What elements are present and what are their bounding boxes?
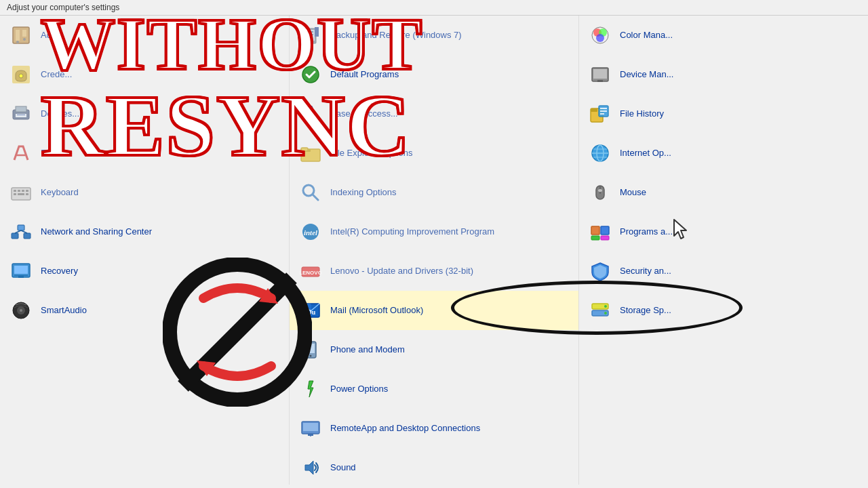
cp-item-recovery[interactable]: Recovery <box>0 251 289 291</box>
smartaudio-icon <box>8 298 34 323</box>
phone-modem-label: Phone and Modem <box>330 344 405 356</box>
phone-modem-icon <box>298 337 323 363</box>
svg-point-91 <box>604 312 607 314</box>
cp-item-keyboard[interactable]: Keyboard <box>0 173 289 212</box>
control-panel: Adjust your computer's settings Ad... <box>0 0 868 488</box>
cp-item-lenovo[interactable]: LENOVO Lenovo - Update and Drivers (32-b… <box>290 251 578 291</box>
cp-item-file-history[interactable]: File History <box>579 94 868 134</box>
column-2: Backup and Restore (Windows 7) Default P… <box>290 16 579 485</box>
svg-rect-41 <box>301 148 308 151</box>
cp-item-intel[interactable]: intel Intel(R) Computing Improvement Pro… <box>290 212 578 251</box>
sound-icon <box>298 455 323 481</box>
mouse-label: Mouse <box>620 187 646 199</box>
mouse-icon <box>587 180 613 205</box>
svg-rect-71 <box>591 108 597 112</box>
recovery-label: Recovery <box>41 266 78 277</box>
cp-item-backup-restore[interactable]: Backup and Restore (Windows 7) <box>290 16 578 55</box>
cp-item-programs-features[interactable]: Programs a... <box>579 212 868 251</box>
security-icon <box>587 258 613 284</box>
cp-item-network-sharing[interactable]: Network and Sharing Center <box>0 212 289 251</box>
cp-item-smartaudio[interactable]: SmartAudio <box>0 291 289 330</box>
cp-item-ease-access[interactable]: Ease of Access... <box>290 94 578 134</box>
svg-line-24 <box>21 230 27 233</box>
remoteapp-label: RemoteApp and Desktop Connections <box>330 423 480 434</box>
svg-rect-19 <box>26 193 28 195</box>
mail-outlook-icon: Ou <box>298 298 323 323</box>
cp-item-security[interactable]: Security an... <box>579 251 868 291</box>
svg-rect-52 <box>307 344 315 353</box>
device-manager-icon <box>587 62 613 87</box>
cp-item-administrative-tools[interactable]: Ad... <box>0 16 289 55</box>
svg-rect-16 <box>26 190 28 192</box>
devices-printers-icon <box>8 101 34 127</box>
power-options-label: Power Options <box>330 384 388 395</box>
svg-rect-73 <box>600 108 607 109</box>
svg-line-23 <box>15 230 21 233</box>
storage-spaces-icon <box>587 298 613 323</box>
svg-rect-75 <box>600 113 604 115</box>
cp-item-device-manager[interactable]: Device Man... <box>579 55 868 94</box>
cp-item-mail-outlook[interactable]: Ou Mail (Microsoft Outlook) <box>290 291 578 330</box>
cp-item-storage-spaces[interactable]: Storage Sp... <box>579 291 868 330</box>
credential-manager-icon <box>8 62 34 87</box>
cp-item-credential-manager[interactable]: Crede... <box>0 55 289 94</box>
lenovo-icon: LENOVO <box>298 258 323 284</box>
svg-text:Ou: Ou <box>307 308 316 316</box>
header-bar: Adjust your computer's settings <box>0 0 868 16</box>
svg-rect-34 <box>305 31 313 33</box>
default-programs-icon <box>298 62 323 87</box>
file-history-label: File History <box>620 108 664 120</box>
device-manager-label: Device Man... <box>620 69 673 81</box>
svg-rect-13 <box>14 190 16 192</box>
cp-item-sound[interactable]: Sound <box>290 448 578 485</box>
svg-point-4 <box>23 38 26 41</box>
svg-rect-15 <box>22 190 24 192</box>
svg-point-66 <box>596 34 604 42</box>
remoteapp-icon <box>298 415 323 441</box>
svg-point-38 <box>309 106 313 110</box>
svg-rect-28 <box>18 276 24 278</box>
cp-item-default-programs[interactable]: Default Programs <box>290 55 578 94</box>
svg-rect-22 <box>18 225 24 230</box>
cp-item-file-explorer[interactable]: File Explorer Options <box>290 134 578 173</box>
color-management-icon <box>587 22 613 48</box>
svg-rect-27 <box>14 275 28 276</box>
lenovo-label: Lenovo - Update and Drivers (32-bit) <box>330 266 473 277</box>
cp-item-remoteapp[interactable]: RemoteApp and Desktop Connections <box>290 409 578 448</box>
internet-options-label: Internet Op... <box>620 148 671 159</box>
svg-rect-21 <box>24 233 31 239</box>
column-3: Color Mana... Device Man... <box>579 16 868 485</box>
cp-item-mouse[interactable]: Mouse <box>579 173 868 212</box>
fonts-icon <box>8 140 34 166</box>
network-sharing-icon <box>8 219 34 245</box>
svg-rect-74 <box>600 110 607 112</box>
smartaudio-label: SmartAudio <box>41 305 87 317</box>
devices-printers-label: Devices... <box>41 108 79 120</box>
svg-rect-2 <box>22 30 26 37</box>
svg-rect-0 <box>13 27 29 43</box>
svg-rect-84 <box>591 226 599 235</box>
internet-options-icon <box>587 140 613 166</box>
svg-rect-68 <box>593 69 607 79</box>
keyboard-label: Keyboard <box>41 187 79 199</box>
cp-item-internet-options[interactable]: Internet Op... <box>579 134 868 173</box>
svg-rect-35 <box>305 34 313 35</box>
svg-rect-17 <box>14 193 16 195</box>
svg-rect-9 <box>16 114 26 117</box>
cp-item-devices-printers[interactable]: Devices... <box>0 94 289 134</box>
cp-item-indexing[interactable]: Indexing Options <box>290 173 578 212</box>
svg-rect-26 <box>14 266 28 274</box>
svg-rect-8 <box>16 106 26 112</box>
cp-item-power-options[interactable]: Power Options <box>290 369 578 409</box>
svg-rect-10 <box>17 115 25 115</box>
svg-point-53 <box>310 355 312 357</box>
cp-item-fonts[interactable]: Fonts <box>0 134 289 173</box>
cp-item-color-management[interactable]: Color Mana... <box>579 16 868 55</box>
column-1: Ad... Crede... <box>0 16 290 485</box>
svg-line-43 <box>313 195 318 200</box>
indexing-icon <box>298 180 323 205</box>
svg-rect-18 <box>18 193 24 195</box>
svg-rect-86 <box>591 236 599 240</box>
administrative-tools-label: Ad... <box>41 30 59 41</box>
cp-item-phone-modem[interactable]: Phone and Modem <box>290 330 578 369</box>
